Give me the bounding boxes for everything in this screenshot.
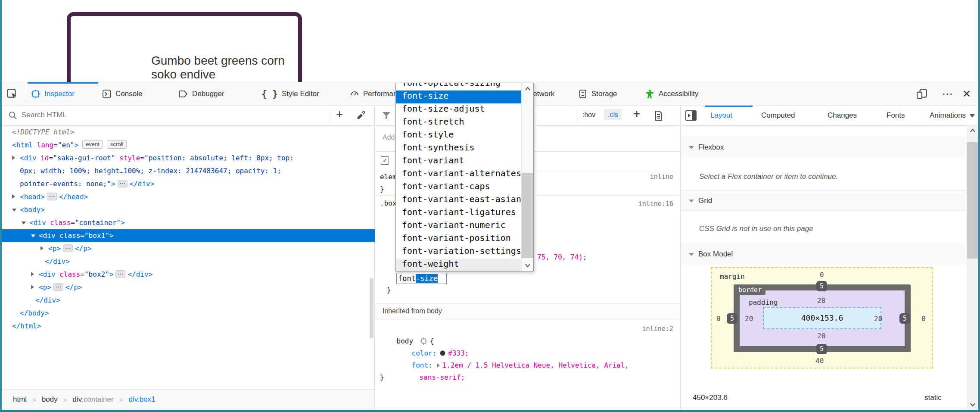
autocomplete-option[interactable]: font-variant-position	[396, 233, 521, 246]
markup-line[interactable]: </div>	[0, 294, 375, 307]
grid-section-header[interactable]: Grid	[681, 190, 967, 211]
class-checkbox[interactable]: ✓	[381, 156, 389, 165]
body-font-declaration[interactable]: font:1.2em / 1.5 Helvetica Neue, Helveti…	[395, 347, 629, 359]
markup-line[interactable]: <head>⋯</head>	[0, 190, 375, 203]
markup-line[interactable]: <div class="box1">	[0, 229, 375, 242]
tab-layout[interactable]: Layout	[710, 106, 732, 125]
scroll-down-icon[interactable]	[970, 403, 976, 407]
tab-inspector[interactable]: Inspector	[31, 82, 75, 106]
autocomplete-option[interactable]: font-optical-sizing	[396, 83, 521, 91]
responsive-design-icon[interactable]	[914, 87, 930, 101]
padding-right-value[interactable]: 20	[874, 315, 882, 323]
expand-arrow-icon[interactable]	[31, 234, 35, 237]
new-property-input[interactable]: font-size	[396, 273, 447, 284]
collapse-arrow-icon[interactable]	[31, 272, 34, 276]
pseudo-class-button[interactable]: :hov	[581, 110, 597, 120]
box-model-section-header[interactable]: Box Model	[681, 243, 967, 264]
tab-storage[interactable]: Storage	[578, 82, 617, 106]
rule-source-link[interactable]: inline:2	[642, 325, 673, 333]
class-panel-button[interactable]: .cls	[604, 109, 622, 120]
autocomplete-option[interactable]: font-variant-ligatures	[396, 207, 521, 220]
print-media-icon[interactable]	[654, 111, 663, 121]
tab-computed[interactable]: Computed	[761, 106, 795, 125]
tab-animations[interactable]: Animations	[930, 106, 967, 125]
tab-console[interactable]: Console	[102, 82, 142, 106]
margin-bottom-value[interactable]: 40	[815, 357, 824, 365]
border-left-value[interactable]: 5	[727, 313, 737, 324]
markup-line[interactable]: <body>	[0, 203, 375, 216]
add-node-button[interactable]: +	[336, 107, 343, 121]
markup-line[interactable]: </html>	[0, 320, 375, 333]
breadcrumb-item[interactable]: body	[42, 395, 58, 404]
markup-line[interactable]: 0px; width: 100%; height…100%; z-index: …	[0, 165, 375, 178]
collapse-arrow-icon[interactable]	[40, 246, 44, 250]
scrollbar-thumb[interactable]	[967, 142, 979, 259]
margin-top-value[interactable]: 0	[820, 271, 824, 279]
collapse-arrow-icon[interactable]	[12, 194, 15, 199]
breadcrumb-item[interactable]: div.container	[73, 395, 114, 404]
content-box[interactable]: 400×153.6	[763, 307, 881, 329]
markup-line[interactable]: <div class="box2">⋯</div>	[0, 268, 375, 281]
border-top-value[interactable]: 5	[816, 281, 827, 291]
autocomplete-option[interactable]: font-variant-east-asian	[396, 194, 521, 207]
collapse-arrow-icon[interactable]	[12, 156, 15, 160]
filter-icon[interactable]	[382, 112, 391, 119]
breadcrumb-item[interactable]: html	[13, 395, 27, 404]
markup-line[interactable]: <div id="saka-gui-root" style="position:…	[0, 152, 375, 165]
autocomplete-option[interactable]: font-variant	[396, 155, 521, 168]
markup-line[interactable]: </body>	[0, 307, 375, 320]
scrollbar-thumb[interactable]	[522, 173, 534, 258]
markup-line[interactable]: <p>⋯</p>	[0, 281, 375, 294]
expand-arrow-icon[interactable]	[22, 222, 26, 225]
tab-fonts[interactable]: Fonts	[887, 106, 905, 125]
sidebar-toggle-icon[interactable]	[685, 110, 697, 121]
sidebar-scrollbar[interactable]	[967, 126, 979, 409]
rule-source-link[interactable]: inline	[650, 173, 673, 181]
autocomplete-option[interactable]: font-variation-settings	[396, 246, 521, 259]
markup-line[interactable]: </div>	[0, 255, 375, 268]
margin-right-value[interactable]: 0	[921, 315, 926, 323]
autocomplete-option[interactable]: font-stretch	[396, 116, 521, 129]
autocomplete-option[interactable]: font-synthesis	[396, 142, 521, 155]
body-rule-selector[interactable]: body {	[380, 323, 434, 335]
body-color-declaration[interactable]: color:#333;	[395, 335, 469, 347]
close-devtools-icon[interactable]: ✕	[959, 87, 974, 101]
markup-line[interactable]: <p>⋯</p>	[0, 242, 375, 255]
markup-line[interactable]: pointer-events: none;">⋯</div>	[0, 178, 375, 190]
border-right-value[interactable]: 5	[899, 313, 910, 324]
rule-source-link[interactable]: inline:16	[638, 200, 673, 208]
autocomplete-scrollbar[interactable]	[521, 83, 534, 271]
tab-accessibility[interactable]: Accessibility	[645, 82, 699, 106]
tab-changes[interactable]: Changes	[828, 106, 857, 125]
collapse-arrow-icon[interactable]	[31, 285, 34, 289]
autocomplete-option[interactable]: font-style	[396, 129, 521, 142]
padding-left-value[interactable]: 20	[745, 315, 753, 323]
scroll-up-icon[interactable]	[970, 128, 976, 133]
border-bottom-value[interactable]: 5	[816, 344, 827, 354]
scroll-down-icon[interactable]	[525, 263, 531, 268]
markup-line[interactable]: <html lang="en">eventscroll	[0, 139, 375, 152]
markup-line[interactable]: <!DOCTYPE html>	[0, 126, 375, 139]
autocomplete-option[interactable]: font-variant-caps	[396, 181, 521, 194]
autocomplete-option[interactable]: font-variant-numeric	[396, 220, 521, 233]
expand-arrow-icon[interactable]	[12, 209, 16, 212]
margin-left-value[interactable]: 0	[716, 315, 721, 323]
scroll-up-icon[interactable]	[525, 87, 531, 91]
node-picker-icon[interactable]	[4, 87, 20, 101]
autocomplete-option[interactable]: font-variant-alternates	[396, 168, 521, 181]
flexbox-section-header[interactable]: Flexbox	[681, 137, 967, 157]
padding-top-value[interactable]: 20	[817, 297, 825, 305]
markup-scrollbar[interactable]	[370, 278, 373, 338]
tab-style-editor[interactable]: { } Style Editor	[261, 82, 319, 106]
add-rule-button[interactable]: +	[633, 106, 640, 120]
eyedropper-icon[interactable]	[356, 110, 366, 121]
autocomplete-option[interactable]: font-weight	[396, 259, 521, 272]
search-input[interactable]: Search HTML	[22, 111, 67, 119]
tab-debugger[interactable]: Debugger	[179, 82, 224, 106]
breadcrumb-item[interactable]: div.box1	[128, 395, 155, 404]
meatball-menu-icon[interactable]: ⋯	[940, 87, 955, 101]
tabs-overflow-button[interactable]	[966, 106, 979, 125]
autocomplete-option[interactable]: font-size-adjust	[396, 103, 521, 116]
markup-line[interactable]: <div class="container">	[0, 216, 375, 229]
autocomplete-option[interactable]: font-size	[396, 91, 521, 103]
